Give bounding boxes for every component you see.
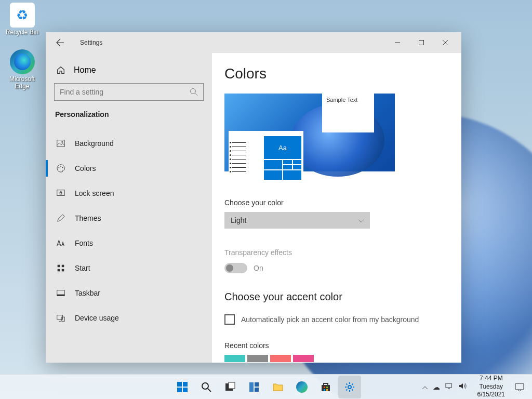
recent-color-swatch[interactable] [224, 355, 245, 362]
file-explorer-button[interactable] [267, 376, 289, 398]
auto-accent-checkbox-row[interactable]: Automatically pick an accent color from … [224, 314, 449, 325]
home-icon [56, 65, 65, 75]
svg-rect-30 [324, 389, 325, 391]
edge-button[interactable] [290, 376, 313, 398]
svg-point-5 [60, 166, 61, 167]
svg-rect-2 [57, 140, 64, 147]
svg-rect-31 [326, 389, 328, 391]
pen-icon [56, 214, 65, 223]
recent-color-swatch[interactable] [293, 355, 314, 362]
desktop-icon-edge[interactable]: Microsoft Edge [3, 49, 42, 90]
svg-rect-28 [324, 387, 325, 388]
nav-themes[interactable]: Themes [54, 206, 204, 231]
svg-rect-20 [183, 388, 188, 392]
svg-rect-24 [249, 382, 254, 392]
svg-rect-7 [57, 190, 64, 196]
widgets-button[interactable] [243, 376, 265, 398]
svg-rect-29 [326, 387, 328, 388]
nav-background[interactable]: Background [54, 131, 204, 156]
edge-icon [10, 49, 35, 74]
nav-colors[interactable]: Colors [54, 156, 204, 181]
svg-point-4 [59, 167, 60, 168]
svg-rect-18 [183, 382, 188, 387]
search-box[interactable] [54, 83, 204, 101]
choose-color-label: Choose your color [224, 198, 449, 207]
palette-icon [56, 164, 65, 173]
lock-screen-icon [56, 189, 65, 198]
svg-point-3 [61, 141, 63, 143]
clock-time: 7:44 PM [477, 375, 505, 383]
tray-volume-icon[interactable] [459, 382, 467, 391]
maximize-button[interactable] [409, 34, 433, 51]
task-view-button[interactable] [219, 376, 242, 398]
settings-window: Settings Home Personalization Background [46, 32, 461, 363]
nav-taskbar[interactable]: Taskbar [54, 281, 204, 305]
color-mode-dropdown[interactable]: Light [224, 212, 370, 229]
preview-sample-window: Sample Text [322, 94, 374, 132]
nav-device-usage[interactable]: Device usage [54, 305, 204, 330]
svg-rect-11 [58, 269, 60, 272]
nav-home-label: Home [74, 65, 96, 75]
nav-label: Colors [75, 164, 96, 172]
preview-tile-aa: Aa [264, 136, 301, 159]
taskbar: ☁ 7:44 PM Tuesday 6/15/2021 [0, 374, 532, 399]
desktop-icon-label: Microsoft Edge [3, 75, 42, 90]
svg-rect-27 [322, 385, 330, 391]
recent-colors [224, 355, 449, 362]
store-button[interactable] [314, 376, 337, 398]
auto-accent-label: Automatically pick an accent color from … [241, 315, 419, 324]
svg-rect-9 [58, 265, 60, 268]
settings-sidebar: Home Personalization Background Colors L [46, 53, 212, 363]
nav-lock-screen[interactable]: Lock screen [54, 181, 204, 206]
page-title: Colors [224, 65, 449, 82]
tray-network-icon[interactable] [445, 382, 454, 391]
svg-rect-26 [255, 388, 259, 392]
close-button[interactable] [433, 34, 457, 51]
back-button[interactable] [54, 36, 66, 49]
svg-point-32 [348, 385, 351, 389]
desktop-icon-label: Recycle Bin [3, 29, 42, 36]
svg-point-1 [191, 89, 196, 94]
svg-rect-33 [446, 383, 451, 388]
desktop-icon-recycle-bin[interactable]: ♻ Recycle Bin [3, 3, 42, 36]
search-icon [190, 88, 198, 96]
settings-button[interactable] [338, 376, 361, 398]
tray-chevron-icon[interactable] [422, 383, 428, 391]
nav-label: Background [75, 139, 114, 148]
nav-label: Taskbar [75, 289, 100, 297]
nav-label: Themes [75, 214, 101, 222]
svg-rect-23 [229, 382, 235, 389]
window-title: Settings [80, 39, 102, 46]
transparency-label: Transparency effects [224, 248, 449, 257]
nav-fonts[interactable]: Fonts [54, 231, 204, 256]
auto-accent-checkbox[interactable] [224, 314, 235, 325]
search-button[interactable] [195, 376, 218, 398]
svg-rect-25 [255, 382, 259, 387]
nav-label: Lock screen [75, 189, 114, 197]
transparency-toggle[interactable] [224, 263, 247, 273]
svg-point-21 [202, 383, 208, 389]
search-input[interactable] [60, 88, 190, 96]
svg-rect-8 [60, 192, 62, 194]
transparency-value: On [254, 264, 263, 272]
nav-label: Fonts [75, 239, 93, 247]
start-button[interactable] [171, 376, 194, 398]
recent-color-swatch[interactable] [247, 355, 268, 362]
recycle-bin-icon: ♻ [10, 3, 35, 28]
minimize-button[interactable] [385, 34, 409, 51]
clock-date: 6/15/2021 [477, 391, 505, 399]
tray-onedrive-icon[interactable]: ☁ [433, 383, 440, 391]
taskbar-clock[interactable]: 7:44 PM Tuesday 6/15/2021 [472, 375, 510, 399]
svg-rect-12 [62, 269, 64, 272]
dropdown-value: Light [231, 216, 246, 224]
recent-color-swatch[interactable] [270, 355, 291, 362]
clock-day: Tuesday [477, 383, 505, 391]
nav-home[interactable]: Home [54, 61, 204, 83]
notifications-button[interactable] [510, 378, 529, 396]
svg-rect-34 [515, 383, 524, 390]
nav-start[interactable]: Start [54, 256, 204, 281]
svg-rect-14 [57, 295, 64, 296]
svg-rect-17 [177, 382, 182, 387]
svg-rect-0 [419, 41, 424, 45]
sidebar-section-title: Personalization [54, 110, 204, 118]
